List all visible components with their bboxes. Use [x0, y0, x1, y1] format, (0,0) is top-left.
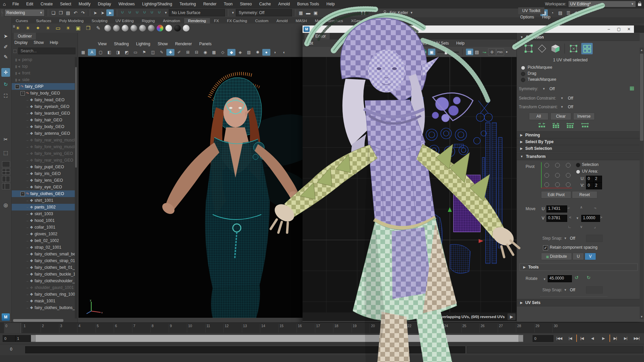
- outliner-item-fairy_fore_wing_muscles_GEO[interactable]: →❖fairy_fore_wing_muscles_GEO: [12, 143, 75, 150]
- outliner-item-fairy_eyelash_GEO[interactable]: →❖fairy_eyelash_GEO: [12, 103, 75, 110]
- viewport-toolbar-icon[interactable]: ◇: [219, 49, 227, 56]
- chevron-down-icon[interactable]: ▼: [564, 288, 567, 292]
- step-forward-button[interactable]: ▶|: [609, 335, 620, 342]
- outliner-item-belt_02_1002[interactable]: →❖belt_02_1002: [12, 237, 75, 244]
- viewport-toolbar-icon[interactable]: ◨: [114, 49, 122, 56]
- uv-menu-item[interactable]: View: [373, 41, 389, 46]
- pivot-mid-right[interactable]: [566, 173, 571, 178]
- white-shader-icon[interactable]: [165, 25, 172, 32]
- color-wheel-icon[interactable]: [157, 25, 163, 32]
- uv-toolkit-tab[interactable]: UV Toolkit: [518, 7, 544, 14]
- phong-icon[interactable]: [130, 25, 137, 32]
- pick-marquee-radio[interactable]: [521, 66, 525, 70]
- retain-spacing-checkbox[interactable]: ✓: [543, 245, 548, 250]
- uv-area-u1-field[interactable]: 2: [593, 176, 602, 183]
- outliner-item-fairy_clothesshoulder_gaurd[interactable]: →❖fairy_clothesshoulder_gaurd: [12, 278, 75, 284]
- section-header-select-by-type[interactable]: ▶Select By Type: [517, 138, 640, 145]
- viewport-toolbar-icon[interactable]: ▩: [210, 49, 218, 56]
- uv-area-v1-field[interactable]: 2: [593, 182, 602, 189]
- toolkit-menu-item[interactable]: Help: [542, 15, 550, 19]
- chevron-down-icon[interactable]: ▼: [164, 11, 167, 14]
- transform-constraint-value[interactable]: Off: [568, 105, 573, 109]
- chevron-down-icon[interactable]: ▼: [564, 237, 567, 240]
- outliner-item-fairy_clothes_GEO[interactable]: −↷fairy_clothes_GEO: [12, 190, 75, 197]
- chevron-down-icon[interactable]: ▼: [542, 87, 545, 90]
- search-input[interactable]: Search...: [18, 48, 75, 54]
- nudge-down-left-icon[interactable]: ∟: [568, 225, 572, 229]
- viewport-menu-item[interactable]: Panels: [199, 42, 212, 46]
- pivot-bottom-left[interactable]: [544, 182, 549, 187]
- select-border-icon[interactable]: [581, 122, 589, 128]
- section-header-pinning[interactable]: ▶Pinning: [517, 131, 640, 139]
- pivot-top-left[interactable]: [544, 163, 549, 168]
- menu-item[interactable]: Arnold: [274, 2, 293, 6]
- filter-icon[interactable]: ⬚: [13, 49, 17, 53]
- rotate-angle-field[interactable]: 45.0000: [548, 275, 572, 282]
- viewport-toolbar-icon[interactable]: ✚: [166, 49, 174, 56]
- outliner-item-fairy_hair_GEO[interactable]: →❖fairy_hair_GEO: [12, 117, 75, 123]
- outliner-item-fairy_lens_GEO[interactable]: →❖fairy_lens_GEO: [12, 177, 75, 184]
- nudge-up-right-icon[interactable]: ¬: [594, 206, 596, 210]
- inverse-selection-button[interactable]: Inverse: [573, 113, 595, 120]
- viewport-menu-item[interactable]: Show: [158, 42, 168, 46]
- uv-menu-item[interactable]: Help: [452, 41, 468, 46]
- pause-icon[interactable]: ❚❚: [360, 9, 367, 16]
- image-display-toggle-icon[interactable]: ▣: [428, 49, 435, 55]
- viewport-toolbar-icon[interactable]: ▢: [97, 49, 105, 56]
- outliner-item-fairy_pupil_GEO[interactable]: →❖fairy_pupil_GEO: [12, 164, 75, 170]
- viewport-toolbar-icon[interactable]: ◖: [280, 49, 288, 56]
- outliner-item-pants_1002[interactable]: →❖pants_1002: [12, 204, 75, 210]
- pivot-mid-left[interactable]: [544, 173, 549, 178]
- viewport-toolbar-icon[interactable]: ⚑: [140, 49, 148, 56]
- viewport-toolbar-icon[interactable]: ▨: [245, 49, 253, 56]
- uv-editor-tab[interactable]: UV Editor: [305, 33, 330, 40]
- rotate-tool-icon[interactable]: ↻: [1, 80, 10, 89]
- toolkit-menu-item[interactable]: Options: [520, 15, 534, 19]
- menu-item[interactable]: Select: [56, 2, 75, 6]
- current-frame-field[interactable]: 0: [533, 335, 553, 342]
- drag-handle[interactable]: [1, 9, 3, 16]
- outliner-tab[interactable]: Outliner: [14, 33, 36, 40]
- playback-start-field[interactable]: 1: [15, 335, 31, 342]
- shelf-tab-mash[interactable]: MASH: [292, 18, 311, 23]
- viewport-toolbar-icon[interactable]: ✎: [158, 49, 166, 56]
- shelf-tab-xgen[interactable]: XGen: [347, 18, 365, 23]
- outliner-item-fairy_clothes_ring_1001[interactable]: →❖fairy_clothes_ring_1001: [12, 291, 75, 298]
- play-backwards-button[interactable]: ◀: [587, 335, 597, 342]
- shelf-tab-turtle[interactable]: TURTLE: [365, 18, 388, 23]
- maya-badge-icon[interactable]: M: [2, 313, 10, 321]
- section-header-transform[interactable]: ▼Transform: [517, 153, 640, 160]
- go-to-end-button[interactable]: ▶▶|: [632, 335, 642, 342]
- lasso-tool-icon[interactable]: ✐: [1, 43, 10, 51]
- viewport-toolbar-icon[interactable]: A: [88, 49, 96, 56]
- texture-image-icon[interactable]: ▣: [354, 49, 361, 55]
- outliner-menu-item[interactable]: Display: [14, 40, 28, 45]
- chevron-right-icon[interactable]: ▼: [505, 51, 508, 54]
- shelf-menu-icon[interactable]: ≡: [13, 24, 15, 29]
- checker-map-icon[interactable]: ▩: [361, 49, 368, 55]
- uv-menu-item[interactable]: UV Sets: [430, 41, 452, 46]
- menu-item[interactable]: Stereo: [236, 2, 255, 6]
- menu-item[interactable]: Edit: [22, 2, 37, 6]
- viewport-toolbar-icon[interactable]: ▦: [79, 49, 87, 56]
- image-dim-slider[interactable]: [437, 52, 459, 53]
- viewport-menu-item[interactable]: Lighting: [136, 42, 150, 46]
- outliner-item-side[interactable]: ▮◄side: [12, 76, 75, 83]
- layout-outliner-pane-button[interactable]: [2, 183, 10, 189]
- viewport-toolbar-icon[interactable]: ◆: [227, 49, 235, 56]
- uv-canvas[interactable]: [303, 57, 517, 312]
- outliner-item-fairy_tearduct_GEO[interactable]: →❖fairy_tearduct_GEO: [12, 110, 75, 117]
- workspace-selector[interactable]: UV Editing*▼: [568, 1, 636, 7]
- aistandard-icon[interactable]: [139, 25, 146, 32]
- shader-ball-icon[interactable]: [148, 25, 155, 32]
- spot-light-icon[interactable]: ☀: [24, 24, 32, 32]
- face-mode-icon[interactable]: [550, 43, 561, 54]
- viewport-toolbar-icon[interactable]: ◩: [123, 49, 131, 56]
- outliner-item-collar_1001[interactable]: →❖collar_1001: [12, 224, 75, 231]
- edge-mode-icon[interactable]: [536, 43, 548, 54]
- chevron-down-icon[interactable]: ▼: [576, 217, 579, 220]
- anim-start-field[interactable]: 0: [3, 335, 15, 342]
- grow-selection-icon[interactable]: [552, 122, 560, 128]
- shrink-selection-icon[interactable]: [538, 122, 546, 128]
- move-u-field[interactable]: 1.7431: [546, 205, 567, 213]
